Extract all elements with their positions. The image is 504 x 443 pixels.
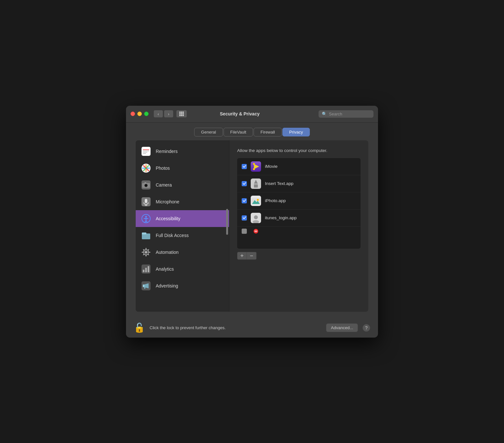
camera-icon	[141, 180, 151, 190]
svg-rect-19	[144, 182, 146, 183]
sidebar-item-photos[interactable]: Photos	[136, 160, 229, 177]
checkbox-itunes-login[interactable]	[242, 215, 247, 221]
sidebar-label-analytics: Analytics	[156, 266, 174, 272]
svg-rect-23	[145, 205, 147, 206]
svg-rect-11	[143, 151, 149, 151]
automation-icon	[141, 247, 151, 257]
traffic-lights	[131, 112, 149, 116]
bottom-bar: 🔓 Click the lock to prevent further chan…	[126, 318, 378, 338]
reminders-icon	[141, 146, 151, 157]
svg-point-32	[145, 251, 147, 254]
tab-general[interactable]: General	[194, 128, 223, 136]
sidebar-label-advertising: Advertising	[156, 283, 178, 288]
app-item-imovie[interactable]: iMovie	[237, 158, 361, 175]
itunes-login-icon	[251, 213, 261, 223]
svg-rect-55	[255, 231, 257, 232]
add-app-button[interactable]: +	[237, 252, 247, 260]
svg-rect-10	[143, 149, 149, 150]
sidebar-label-reminders: Reminders	[156, 149, 178, 154]
main-panel: Reminders Photos	[136, 140, 368, 312]
help-button[interactable]: ?	[362, 324, 370, 332]
tabs-bar: General FileVault Firewall Privacy	[126, 123, 378, 140]
window-title: Security & Privacy	[164, 111, 315, 116]
svg-rect-36	[148, 266, 149, 272]
advertising-icon	[141, 281, 151, 291]
checkbox-partial[interactable]	[242, 229, 247, 234]
app-name-insert-text: Insert Text.app	[265, 181, 293, 186]
panel-description: Allow the apps below to control your com…	[237, 148, 361, 153]
minimize-button[interactable]	[137, 112, 142, 116]
sidebar-item-full-disk-access[interactable]: Full Disk Access	[136, 227, 229, 244]
svg-point-52	[254, 215, 258, 219]
sidebar: Reminders Photos	[136, 140, 229, 312]
svg-rect-12	[143, 152, 147, 153]
checkbox-iphoto[interactable]	[242, 198, 247, 203]
tab-filevault[interactable]: FileVault	[224, 128, 253, 136]
svg-rect-9	[142, 147, 151, 156]
maximize-button[interactable]	[144, 112, 149, 116]
app-item-partial[interactable]	[237, 227, 361, 236]
titlebar: ‹ › Security & Privacy 🔍	[126, 106, 378, 123]
svg-rect-38	[143, 285, 144, 287]
remove-app-button[interactable]: −	[247, 252, 257, 260]
advanced-button[interactable]: Advanced...	[326, 323, 358, 332]
svg-point-43	[253, 168, 255, 170]
scrollbar-track	[226, 209, 228, 274]
svg-rect-31	[142, 232, 146, 234]
partial-icon	[251, 227, 261, 236]
app-name-itunes-login: itunes_login.app	[265, 215, 297, 220]
lock-icon[interactable]: 🔓	[134, 323, 145, 332]
app-item-iphoto[interactable]: iPhoto.app	[237, 192, 361, 210]
search-bar[interactable]: 🔍	[319, 110, 373, 118]
list-controls: + −	[237, 252, 361, 260]
back-button[interactable]: ‹	[154, 110, 163, 117]
tab-firewall[interactable]: Firewall	[254, 128, 282, 136]
sidebar-item-advertising[interactable]: Advertising	[136, 277, 229, 294]
lock-text: Click the lock to prevent further change…	[150, 325, 321, 330]
sidebar-item-analytics[interactable]: Analytics	[136, 261, 229, 277]
app-item-itunes-login[interactable]: itunes_login.app	[237, 210, 361, 227]
sidebar-label-full-disk-access: Full Disk Access	[156, 233, 189, 238]
search-icon: 🔍	[322, 112, 327, 116]
sidebar-label-accessibility: Accessibility	[156, 216, 180, 221]
svg-rect-13	[143, 153, 146, 154]
svg-rect-34	[143, 270, 144, 272]
full-disk-access-icon	[141, 230, 151, 241]
apps-list: iMovie	[237, 158, 361, 249]
microphone-icon	[141, 197, 151, 207]
tab-privacy[interactable]: Privacy	[282, 128, 310, 136]
content-area: Reminders Photos	[126, 140, 378, 318]
svg-point-42	[253, 163, 255, 165]
main-window: ‹ › Security & Privacy 🔍 General FileV	[126, 106, 378, 338]
svg-rect-35	[145, 268, 147, 272]
iphoto-icon	[251, 196, 261, 206]
right-panel: Allow the apps below to control your com…	[229, 140, 368, 312]
sidebar-item-camera[interactable]: Camera	[136, 177, 229, 193]
svg-line-29	[146, 221, 147, 222]
svg-point-18	[145, 184, 147, 187]
search-input[interactable]	[329, 112, 370, 116]
app-name-imovie: iMovie	[265, 164, 278, 169]
sidebar-label-camera: Camera	[156, 182, 172, 188]
close-button[interactable]	[131, 112, 135, 116]
sidebar-item-automation[interactable]: Automation	[136, 244, 229, 261]
svg-rect-46	[254, 184, 258, 188]
imovie-icon	[251, 161, 261, 172]
svg-rect-39	[144, 287, 145, 289]
scrollbar-thumb[interactable]	[226, 209, 228, 235]
checkbox-imovie[interactable]	[242, 164, 247, 169]
sidebar-item-reminders[interactable]: Reminders	[136, 143, 229, 160]
accessibility-icon	[141, 213, 151, 224]
sidebar-label-automation: Automation	[156, 250, 179, 255]
insert-text-icon	[251, 178, 261, 189]
app-item-insert-text[interactable]: Insert Text.app	[237, 175, 361, 192]
sidebar-item-microphone[interactable]: Microphone	[136, 193, 229, 210]
app-name-iphoto: iPhoto.app	[265, 198, 286, 203]
svg-rect-21	[145, 199, 147, 203]
svg-point-50	[257, 199, 259, 201]
analytics-icon	[141, 264, 151, 274]
photos-icon	[141, 163, 151, 173]
checkbox-insert-text[interactable]	[242, 181, 247, 186]
sidebar-item-accessibility[interactable]: Accessibility	[136, 210, 229, 227]
sidebar-label-microphone: Microphone	[156, 199, 179, 204]
